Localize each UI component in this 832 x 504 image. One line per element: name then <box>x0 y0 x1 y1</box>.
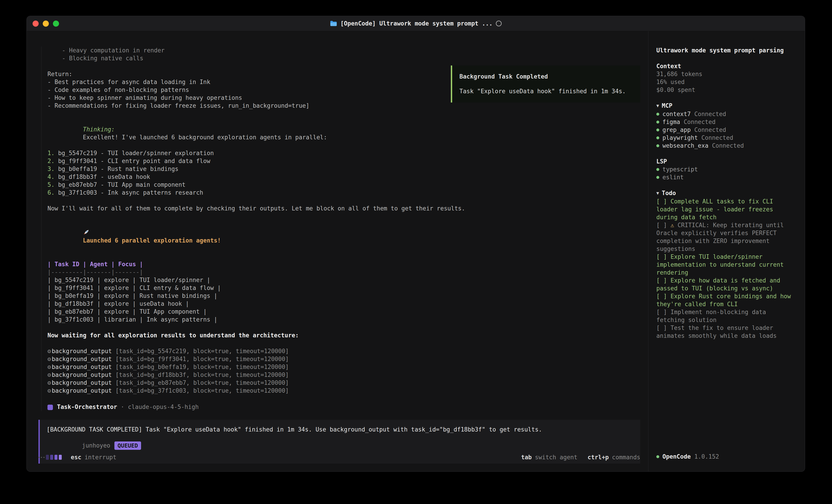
agent-text: bg_b0effa19 - Rust native bindings <box>58 166 178 172</box>
agent-list-item: 2. bg_f9ff3041 - CLI entry point and dat… <box>48 157 640 165</box>
table-row: | bg_5547c219 | explore | TUI loader/spi… <box>48 276 640 284</box>
mcp-header-label: MCP <box>662 102 672 109</box>
lsp-item: typescript <box>656 166 792 173</box>
todo-text: Implement non-blocking data fetching sol… <box>656 309 766 324</box>
bg-output-line: background_output [task_id=bg_f9ff3041, … <box>48 355 640 363</box>
agent-number: 1. <box>48 150 54 157</box>
terminal-main[interactable]: - Heavy computation in render - Blocking… <box>27 31 648 472</box>
mcp-status: Connected <box>712 142 744 149</box>
todo-checkbox: [ ] <box>656 253 667 260</box>
todo-item: [ ] Explore TUI loader/spinner implement… <box>656 253 792 277</box>
warning-icon: ⚠ <box>671 222 674 228</box>
mcp-status: Connected <box>694 127 726 133</box>
tab-key-hint: tab <box>521 454 532 460</box>
mcp-section: MCP context7 Connected figma Connected g… <box>656 102 792 150</box>
todo-text: Explore how data is fetched and passed t… <box>656 277 780 292</box>
gear-icon <box>48 387 52 394</box>
status-dot-icon <box>656 144 659 147</box>
zoom-window-button[interactable] <box>53 21 59 27</box>
agent-list-item: 6. bg_37f1c003 - Ink async patterns rese… <box>48 189 640 197</box>
bg-output-line: background_output [task_id=bg_5547c219, … <box>48 347 640 355</box>
esc-key-hint: esc <box>71 454 81 460</box>
progress-circle-icon <box>496 21 502 26</box>
mcp-name: context7 <box>662 111 691 117</box>
lsp-name: eslint <box>662 174 684 180</box>
todo-text: Explore TUI loader/spinner implementatio… <box>656 253 784 276</box>
toast-notification[interactable]: Background Task Completed Task "Explore … <box>451 65 640 103</box>
thinking-label: Thinking: <box>83 126 115 133</box>
launch-text: Launched 6 parallel exploration agents! <box>83 237 221 244</box>
todo-checkbox: [ ] <box>656 198 667 205</box>
todo-header[interactable]: Todo <box>656 189 792 198</box>
tool-args: [task_id=bg_eb87ebb7, block=true, timeou… <box>115 380 289 386</box>
agent-number: 2. <box>48 158 54 164</box>
gear-icon <box>48 348 52 355</box>
ctrlp-key-hint: ctrl+p <box>588 454 609 460</box>
agent-text: bg_5547c219 - TUI loader/spinner explora… <box>58 150 214 157</box>
titlebar[interactable]: [OpenCode] Ultrawork mode system prompt … <box>27 16 805 31</box>
todo-text: Test the fix to ensure loader animates s… <box>656 325 777 339</box>
status-dot-icon <box>656 129 659 132</box>
mcp-name: grep_app <box>662 127 691 133</box>
window-title: [OpenCode] Ultrawork mode system prompt … <box>340 20 492 27</box>
mcp-item: websearch_exa Connected <box>656 142 792 150</box>
return-item: - Recommendations for fixing loader free… <box>48 102 640 110</box>
agent-text: bg_37f1c003 - Ink async patterns researc… <box>58 189 203 196</box>
mcp-header[interactable]: MCP <box>656 102 792 110</box>
agent-number: 6. <box>48 189 54 196</box>
collapse-triangle-icon <box>656 102 662 109</box>
todo-checkbox: [ ] <box>656 222 667 228</box>
table-row: | bg_f9ff3041 | explore | CLI entry & da… <box>48 284 640 292</box>
app-name: OpenCode <box>662 453 691 460</box>
launch-line: Launched 6 parallel exploration agents! <box>48 220 640 252</box>
todo-section: Todo [ ] Complete ALL tasks to fix CLI l… <box>656 189 792 340</box>
todo-text: Complete ALL tasks to fix CLI loader lag… <box>656 198 773 221</box>
collapse-triangle-icon <box>656 190 662 196</box>
table-header-row: | Task ID | Agent | Focus | <box>48 260 640 268</box>
todo-item: [ ] ⚠ CRITICAL: Keep iterating until Ora… <box>656 221 792 253</box>
tool-name: background_output <box>52 371 112 378</box>
context-section: Context 31,686 tokens 16% used $0.00 spe… <box>656 62 792 94</box>
agent-name: Task-Orchestrator <box>57 402 117 411</box>
agent-text: bg_f9ff3041 - CLI entry point and data f… <box>58 158 210 164</box>
rocket-icon <box>83 229 89 235</box>
agent-square-icon <box>48 404 53 410</box>
close-window-button[interactable] <box>32 21 38 27</box>
todo-item: [ ] Complete ALL tasks to fix CLI loader… <box>656 198 792 221</box>
app-version-footer: OpenCode 1.0.152 <box>656 453 719 460</box>
username: junhoyeo <box>82 442 110 449</box>
tool-name: background_output <box>52 356 112 362</box>
context-used: 16% used <box>656 78 792 86</box>
tool-name: background_output <box>52 387 112 394</box>
mcp-item: figma Connected <box>656 118 792 126</box>
mcp-item: playwright Connected <box>656 134 792 142</box>
switch-agent-label: switch agent <box>535 454 577 460</box>
tool-args: [task_id=bg_b0effa19, block=true, timeou… <box>115 364 289 370</box>
minimize-window-button[interactable] <box>43 21 49 27</box>
status-dot-icon <box>656 176 659 179</box>
spinner-icon <box>38 455 62 460</box>
mcp-item: grep_app Connected <box>656 126 792 134</box>
sidebar-title: Ultrawork mode system prompt parsing <box>656 47 792 54</box>
status-dot-icon <box>656 113 659 116</box>
tool-args: [task_id=bg_5547c219, block=true, timeou… <box>115 348 289 355</box>
tool-name: background_output <box>52 348 112 355</box>
window-title-group: [OpenCode] Ultrawork mode system prompt … <box>330 20 501 27</box>
folder-icon <box>330 21 337 27</box>
gear-icon <box>48 380 52 386</box>
tool-args: [task_id=bg_37f1c003, block=true, timeou… <box>115 387 289 394</box>
todo-item: [ ] Test the fix to ensure loader animat… <box>656 324 792 340</box>
status-dot-icon <box>656 136 659 139</box>
table-row: | bg_37f1c003 | librarian | Ink async pa… <box>48 316 640 324</box>
lsp-section: LSP typescript eslint <box>656 158 792 181</box>
gear-icon <box>48 364 52 370</box>
agent-list-item: 4. bg_df18bb3f - useData hook <box>48 173 640 181</box>
interrupt-label: interrupt <box>84 454 116 460</box>
wait-text: Now I'll wait for all of them to complet… <box>48 204 640 213</box>
bg-output-line: background_output [task_id=bg_37f1c003, … <box>48 387 640 395</box>
status-dot-icon <box>656 168 659 171</box>
todo-header-label: Todo <box>662 190 676 196</box>
separator-dot: · <box>121 402 124 411</box>
status-dot-icon <box>656 120 659 123</box>
todo-text: Explore Rust core bindings and how they'… <box>656 293 791 308</box>
